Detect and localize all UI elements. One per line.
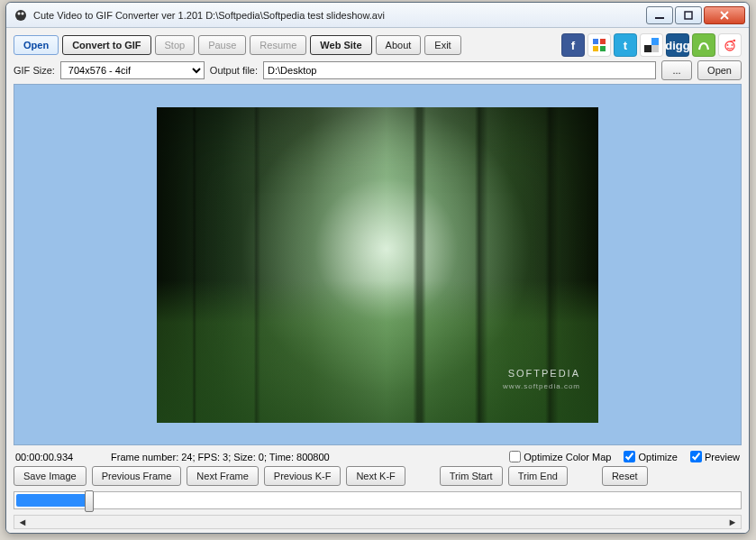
svg-rect-12 [651,45,659,52]
about-button[interactable]: About [376,35,422,55]
svg-rect-9 [644,38,651,45]
timecode: 00:00:00.934 [15,452,98,462]
optimize-checkbox[interactable]: Optimize [624,451,677,462]
previous-frame-button[interactable]: Previous Frame [92,466,182,486]
optimize-colormap-input[interactable] [509,451,521,462]
svg-rect-7 [593,46,598,51]
app-window: Cute Video to GIF Converter ver 1.201 D:… [5,2,750,534]
reset-button[interactable]: Reset [602,466,648,486]
pause-button[interactable]: Pause [198,35,246,55]
svg-rect-5 [593,39,598,44]
app-icon [14,8,28,23]
stop-button[interactable]: Stop [155,35,196,55]
close-button[interactable] [704,6,745,24]
svg-point-1 [18,12,21,14]
trim-end-button[interactable]: Trim End [508,466,568,486]
svg-rect-6 [600,39,606,44]
svg-rect-11 [644,45,651,52]
optimize-input[interactable] [624,451,635,462]
gifsize-select[interactable]: 704x576 - 4cif [60,61,205,79]
optimize-colormap-checkbox[interactable]: Optimize Color Map [509,451,611,462]
window-buttons [644,6,745,24]
window-title: Cute Video to GIF Converter ver 1.201 D:… [33,10,644,21]
google-icon[interactable] [587,33,611,57]
watermark: SOFTPEDIA www.softpedia.com [503,366,580,390]
previous-kf-button[interactable]: Previous K-F [264,466,342,486]
svg-point-0 [15,10,26,21]
browse-button[interactable]: ... [661,60,692,80]
save-image-button[interactable]: Save Image [14,466,87,486]
preview-input[interactable] [690,451,702,462]
svg-point-15 [732,44,733,46]
trim-start-button[interactable]: Trim Start [440,466,503,486]
svg-rect-8 [600,46,606,51]
convert-button[interactable]: Convert to GIF [62,35,150,55]
watermark-sub: www.softpedia.com [503,382,580,390]
slider-thumb[interactable] [85,490,94,512]
frame-buttons: Save Image Previous Frame Next Frame Pre… [14,466,742,486]
main-toolbar: Open Convert to GIF Stop Pause Resume We… [14,33,742,57]
twitter-icon[interactable]: t [614,33,637,57]
exit-button[interactable]: Exit [424,35,460,55]
minimize-button[interactable] [646,6,673,24]
svg-point-14 [727,44,729,46]
digg-icon[interactable]: digg [666,33,689,57]
options-row: GIF Size: 704x576 - 4cif Output file: ..… [14,60,742,80]
open-output-button[interactable]: Open [697,60,742,80]
scroll-left-icon[interactable]: ◄ [16,517,29,527]
outputfile-input[interactable] [263,61,656,79]
preview-checkbox[interactable]: Preview [690,451,740,462]
svg-rect-10 [651,38,659,45]
preview-area: SOFTPEDIA www.softpedia.com [14,84,742,445]
maximize-button[interactable] [675,6,702,24]
website-button[interactable]: Web Site [310,35,371,55]
horizontal-scrollbar[interactable]: ◄ ► [14,515,742,529]
svg-point-2 [22,12,24,14]
svg-rect-4 [685,12,692,19]
preview-frame: SOFTPEDIA www.softpedia.com [157,107,598,423]
svg-point-16 [733,40,735,41]
slider-fill [16,494,87,507]
stumbleupon-icon[interactable] [692,33,715,57]
open-button[interactable]: Open [14,35,59,55]
position-slider[interactable] [14,491,742,509]
status-row: 00:00:00.934 Frame number: 24; FPS: 3; S… [14,449,742,462]
resume-button[interactable]: Resume [250,35,306,55]
scroll-right-icon[interactable]: ► [726,517,739,527]
titlebar[interactable]: Cute Video to GIF Converter ver 1.201 D:… [6,3,749,28]
social-bar: f t digg [561,33,742,57]
next-kf-button[interactable]: Next K-F [346,466,405,486]
gifsize-label: GIF Size: [14,65,55,76]
svg-rect-3 [655,17,664,19]
delicious-icon[interactable] [640,33,663,57]
frame-info: Frame number: 24; FPS: 3; Size: 0; Time:… [111,452,330,462]
client-area: Open Convert to GIF Stop Pause Resume We… [6,28,749,533]
next-frame-button[interactable]: Next Frame [187,466,258,486]
facebook-icon[interactable]: f [561,33,585,57]
reddit-icon[interactable] [718,33,742,57]
watermark-text: SOFTPEDIA [508,368,580,379]
outputfile-label: Output file: [210,65,258,76]
